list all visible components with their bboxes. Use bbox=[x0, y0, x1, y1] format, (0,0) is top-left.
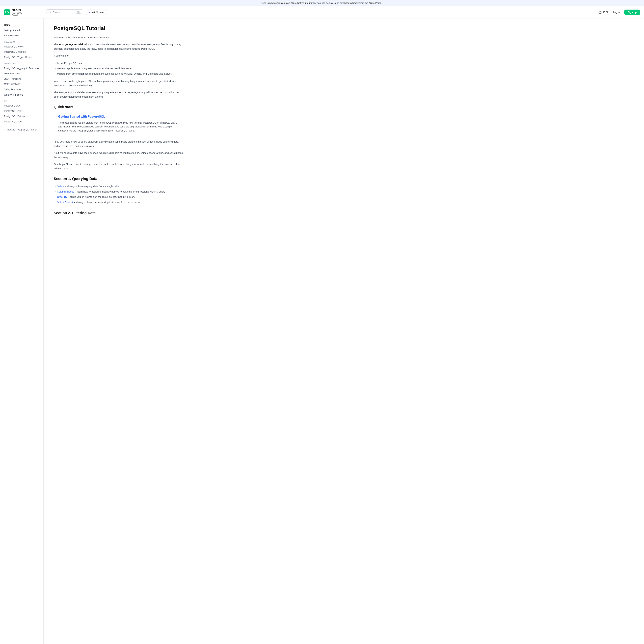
p-finally: Finally, you'll learn how to manage data… bbox=[54, 162, 184, 171]
logo-text: NEON PostgreSQL Tutorial bbox=[12, 8, 22, 16]
bullet-3: Migrate from other database management s… bbox=[54, 71, 184, 76]
neon-logo-icon bbox=[4, 9, 10, 15]
column-aliases-link[interactable]: Column aliases bbox=[57, 190, 74, 193]
signup-button[interactable]: Sign Up bbox=[624, 10, 640, 15]
sidebar-item-csharp[interactable]: PostgreSQL C# bbox=[3, 103, 41, 109]
sidebar-item-php[interactable]: PostgreSQL PHP bbox=[3, 109, 41, 114]
ask-ai-label: Ask Neon AI bbox=[91, 11, 104, 14]
sidebar-item-string[interactable]: String Functions bbox=[3, 87, 41, 92]
section1-bullet-4: Select Distinct – show you how to remove… bbox=[54, 200, 184, 205]
p-first: First, you'll learn how to query data fr… bbox=[54, 140, 184, 148]
back-label: Back to PostgreSQL Tutorial bbox=[7, 128, 37, 131]
intro-p5: The PostgreSQL tutorial demonstrates man… bbox=[54, 90, 184, 99]
sparkle-icon: ✦ bbox=[88, 11, 90, 14]
announcement-arrow: › bbox=[383, 2, 383, 4]
ask-ai-button[interactable]: ✦ Ask Neon AI bbox=[86, 10, 107, 15]
column-aliases-desc: – learn how to assign temporary names to… bbox=[75, 190, 166, 193]
section1-bullet-3: Order By – guide you on how to sort the … bbox=[54, 194, 184, 200]
quickstart-card: Getting Started with PostgreSQL This sec… bbox=[54, 112, 184, 136]
github-icon bbox=[598, 11, 602, 14]
login-button[interactable]: Log In bbox=[611, 10, 622, 15]
sidebar-item-getting-started[interactable]: Getting Started bbox=[3, 28, 41, 33]
sidebar-section-functions: FUNCTIONS bbox=[3, 60, 41, 66]
brand-name: NEON bbox=[12, 8, 22, 12]
main-content: PostgreSQL Tutorial Welcome to the Postg… bbox=[44, 18, 195, 644]
order-by-desc: – guide you on how to sort the result se… bbox=[68, 195, 135, 198]
search-icon bbox=[48, 11, 51, 14]
section1-title: Section 1. Querying Data bbox=[54, 177, 184, 181]
bullet-2: Develop applications using PostgreSQL as… bbox=[54, 66, 184, 71]
sidebar-item-json[interactable]: JSON Functions bbox=[3, 76, 41, 82]
sidebar-item-administration[interactable]: Administration bbox=[3, 33, 41, 38]
order-by-link[interactable]: Order By bbox=[57, 195, 67, 198]
sidebar-item-date[interactable]: Date Functions bbox=[3, 71, 41, 76]
intro-p1: Welcome to the PostgreSQLTutorial.com we… bbox=[54, 35, 184, 40]
sidebar-item-window[interactable]: Window Functions bbox=[3, 92, 41, 98]
header-right: 15.3k Log In Sign Up bbox=[598, 10, 640, 15]
back-arrow-icon: ← bbox=[4, 128, 6, 131]
search-shortcut: ⌘K bbox=[76, 11, 81, 14]
sidebar-item-indexes[interactable]: PostgreSQL Indexes bbox=[3, 49, 41, 55]
github-button[interactable]: 15.3k bbox=[598, 11, 608, 14]
search-box[interactable]: ⌘K bbox=[46, 9, 83, 15]
header-nav: ⌘K ✦ Ask Neon AI bbox=[46, 9, 598, 15]
logo-area: NEON PostgreSQL Tutorial bbox=[4, 8, 41, 16]
section1-bullets: Select – show you how to query data from… bbox=[54, 184, 184, 205]
page-title: PostgreSQL Tutorial bbox=[54, 25, 184, 31]
header: NEON PostgreSQL Tutorial ⌘K ✦ Ask Neon A… bbox=[0, 6, 644, 18]
intro-p2-bold: PostgreSQL tutorial bbox=[59, 43, 83, 46]
brand-subtitle: PostgreSQL Tutorial bbox=[12, 12, 22, 16]
intro-p3: If you want to: bbox=[54, 53, 184, 58]
intro-bullets: Learn PostgreSQL fast. Develop applicati… bbox=[54, 61, 184, 76]
sidebar: Home Getting Started Administration ADVA… bbox=[0, 18, 44, 644]
select-link[interactable]: Select bbox=[57, 185, 64, 188]
sidebar-section-advanced: ADVANCED bbox=[3, 38, 41, 44]
section2-title: Section 2. Filtering Data bbox=[54, 211, 184, 215]
sidebar-item-math[interactable]: Math Functions bbox=[3, 82, 41, 87]
intro-p4: You've come to the right place. This web… bbox=[54, 79, 184, 88]
announcement-text: Neon is now available as an Azure Native… bbox=[261, 2, 382, 4]
section1-bullet-1: Select – show you how to query data from… bbox=[54, 184, 184, 189]
sidebar-back-link[interactable]: ← Back to PostgreSQL Tutorial bbox=[3, 127, 41, 132]
p-next: Next, you'll delve into advanced queries… bbox=[54, 151, 184, 159]
sidebar-item-jdbc[interactable]: PostgreSQL JDBC bbox=[3, 119, 41, 124]
sidebar-item-home[interactable]: Home bbox=[3, 22, 41, 28]
section1-bullet-2: Column aliases – learn how to assign tem… bbox=[54, 189, 184, 194]
search-input[interactable] bbox=[52, 11, 75, 14]
sidebar-item-views[interactable]: PostgreSQL Views bbox=[3, 44, 41, 49]
sidebar-item-trigger[interactable]: PostgreSQL Trigger Basics bbox=[3, 55, 41, 60]
intro-p2: This PostgreSQL tutorial helps you quick… bbox=[54, 42, 184, 51]
sidebar-item-python[interactable]: PostgreSQL Python bbox=[3, 114, 41, 119]
bullet-1: Learn PostgreSQL fast. bbox=[54, 61, 184, 66]
quickstart-title: Quick start bbox=[54, 105, 184, 109]
sidebar-item-aggregate[interactable]: PostgreSQL Aggregate Functions bbox=[3, 66, 41, 71]
github-count: 15.3k bbox=[603, 11, 608, 14]
select-distinct-link[interactable]: Select Distinct bbox=[57, 201, 73, 204]
select-distinct-desc: – show you how to remove duplicate rows … bbox=[74, 201, 142, 204]
quickstart-desc: This section helps you get started with … bbox=[58, 121, 180, 133]
quickstart-link[interactable]: Getting Started with PostgreSQL bbox=[58, 115, 180, 119]
intro-p2-prefix: This bbox=[54, 43, 59, 46]
layout: Home Getting Started Administration ADVA… bbox=[0, 18, 644, 644]
select-desc: – show you how to query data from a sing… bbox=[65, 185, 120, 188]
svg-rect-0 bbox=[4, 9, 10, 15]
sidebar-section-api: API bbox=[3, 97, 41, 103]
announcement-bar: Neon is now available as an Azure Native… bbox=[0, 0, 644, 6]
